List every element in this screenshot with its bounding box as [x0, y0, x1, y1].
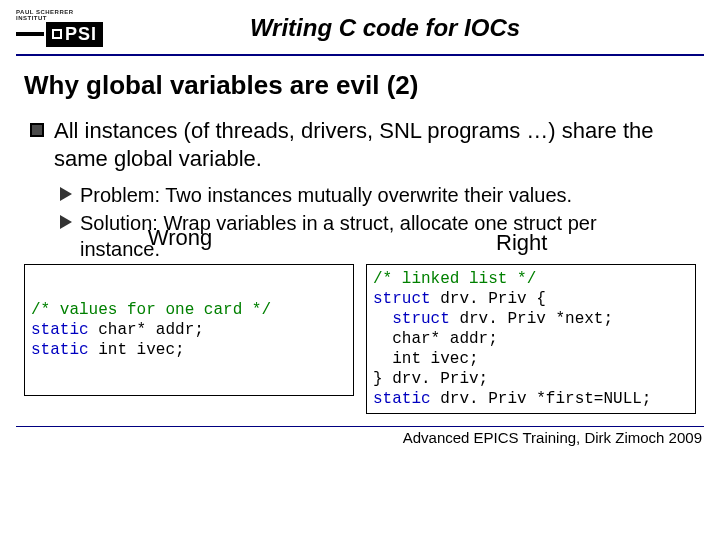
- code-txt: drv. Priv {: [431, 290, 546, 308]
- code-txt: } drv. Priv;: [373, 370, 488, 388]
- footer-divider: [16, 426, 704, 427]
- code-comment: /* linked list */: [373, 270, 536, 288]
- bullet-1: All instances (of threads, drivers, SNL …: [30, 117, 696, 172]
- slide-header: PAUL SCHERRER INSTITUT PSI Writing C cod…: [0, 0, 720, 54]
- wrong-code-box: /* values for one card */ static char* a…: [24, 264, 354, 396]
- footer-text: Advanced EPICS Training, Dirk Zimoch 200…: [0, 429, 720, 446]
- logo-box-icon: [52, 29, 62, 39]
- code-txt: int ivec;: [89, 341, 185, 359]
- right-code: /* linked list */ struct drv. Priv { str…: [373, 269, 689, 409]
- code-txt: char* addr;: [89, 321, 204, 339]
- code-kw: struct: [373, 290, 431, 308]
- sub-bullet-1: Problem: Two instances mutually overwrit…: [60, 182, 696, 208]
- bullet-1-text: All instances (of threads, drivers, SNL …: [54, 117, 696, 172]
- triangle-bullet-icon: [60, 215, 72, 229]
- institute-name: PAUL SCHERRER INSTITUT: [16, 9, 106, 21]
- code-columns: Wrong /* values for one card */ static c…: [24, 264, 696, 414]
- code-kw: static: [31, 341, 89, 359]
- logo-bar: [16, 32, 44, 36]
- logo-letters: PSI: [46, 22, 103, 47]
- wrong-code: /* values for one card */ static char* a…: [31, 300, 347, 360]
- square-bullet-icon: [30, 123, 44, 137]
- code-txt: drv. Priv *first=NULL;: [431, 390, 652, 408]
- code-kw: static: [373, 390, 431, 408]
- triangle-bullet-icon: [60, 187, 72, 201]
- slide-subtitle: Why global variables are evil (2): [24, 70, 696, 101]
- code-txt: char* addr;: [373, 330, 498, 348]
- code-txt: int ivec;: [373, 350, 479, 368]
- slide-title: Writing C code for IOCs: [106, 14, 704, 42]
- logo-text: PSI: [65, 24, 97, 45]
- slide-content: Why global variables are evil (2) All in…: [0, 56, 720, 262]
- code-kw: static: [31, 321, 89, 339]
- wrong-label: Wrong: [140, 226, 220, 250]
- sub-bullet-1-text: Problem: Two instances mutually overwrit…: [80, 182, 572, 208]
- psi-logo: PAUL SCHERRER INSTITUT PSI: [16, 8, 106, 48]
- right-code-box: /* linked list */ struct drv. Priv { str…: [366, 264, 696, 414]
- right-label: Right: [496, 230, 547, 256]
- right-column: Right /* linked list */ struct drv. Priv…: [366, 264, 696, 414]
- code-kw: struct: [373, 310, 450, 328]
- code-txt: drv. Priv *next;: [450, 310, 613, 328]
- wrong-column: Wrong /* values for one card */ static c…: [24, 264, 354, 414]
- code-comment: /* values for one card */: [31, 301, 271, 319]
